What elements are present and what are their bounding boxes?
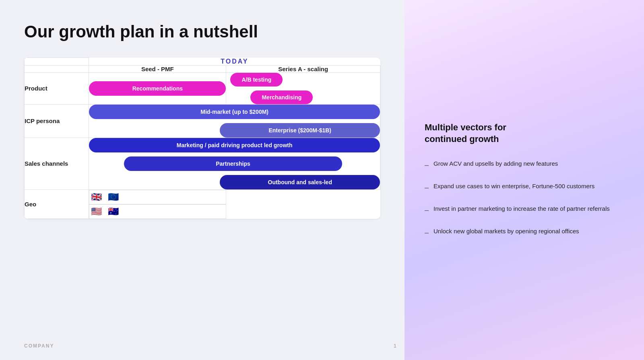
today-label: TODAY (221, 58, 248, 65)
list-item: – Expand use cases to win enterprise, Fo… (425, 182, 624, 193)
table-row: Sales channels Marketing / paid driving … (25, 138, 380, 189)
list-item: – Grow ACV and upsells by adding new fea… (425, 159, 624, 171)
table-row: ICP persona Mid-market (up to $200M) Ent… (25, 104, 380, 138)
uk-flag: 🇬🇧 (89, 190, 103, 204)
sales-cell: Marketing / paid driving product led gro… (89, 138, 380, 189)
row-label-icp: ICP persona (25, 104, 89, 138)
page-number: 1 (394, 343, 396, 349)
eu-flag: 🇪🇺 (106, 190, 120, 204)
seed-cell-product: Recommendations (89, 72, 226, 104)
bullet-text: Unlock new global markets by opening reg… (433, 227, 579, 236)
mid-market-pill: Mid-market (up to $200M) (89, 105, 380, 119)
dash-icon: – (425, 227, 429, 238)
dash-icon: – (425, 205, 429, 216)
table-row: Product Recommendations A/B testing Merc… (25, 72, 380, 104)
merchandising-pill: Merchandising (250, 91, 313, 104)
au-flag: 🇦🇺 (106, 205, 120, 218)
icp-cell: Mid-market (up to $200M) Enterprise ($20… (89, 104, 380, 138)
marketing-pill: Marketing / paid driving product led gro… (89, 138, 380, 152)
outbound-pill: Outbound and sales-led (220, 175, 380, 189)
us-flag: 🇺🇸 (89, 205, 103, 218)
list-item: – Unlock new global markets by opening r… (425, 227, 624, 238)
bullet-text: Grow ACV and upsells by adding new featu… (433, 159, 558, 169)
geo-seed-flags: 🇬🇧 🇪🇺 (89, 190, 226, 204)
col-series-header: Series A - scaling (226, 65, 380, 72)
dash-icon: – (425, 160, 429, 171)
geo-series-flags: 🇺🇸 🇦🇺 (89, 204, 226, 219)
bullet-text: Expand use cases to win enterprise, Fort… (433, 182, 594, 191)
col-seed-header: Seed - PMF (89, 65, 226, 72)
company-label: COMPANY (24, 343, 54, 349)
recommendations-pill: Recommendations (89, 81, 226, 96)
partnerships-pill: Partnerships (124, 156, 342, 171)
right-panel-title: Multiple vectors for continued growth (425, 122, 624, 145)
list-item: – Invest in partner marketing to increas… (425, 204, 624, 216)
row-label-sales: Sales channels (25, 138, 89, 189)
dash-icon: – (425, 182, 429, 193)
bullet-text: Invest in partner marketing to increase … (433, 204, 610, 214)
growth-table: TODAY Seed - PMF Series A - scaling Prod… (24, 58, 380, 219)
row-label-geo: Geo (25, 189, 89, 219)
series-cell-product: A/B testing Merchandising (226, 72, 380, 104)
row-label-product: Product (25, 72, 89, 104)
bullet-list: – Grow ACV and upsells by adding new fea… (425, 159, 624, 238)
right-panel: Multiple vectors for continued growth – … (405, 0, 644, 360)
enterprise-pill: Enterprise ($200M-$1B) (220, 123, 380, 138)
left-panel: Our growth plan in a nutshell TODAY Seed… (0, 0, 405, 360)
ab-testing-pill: A/B testing (230, 73, 283, 86)
page-title: Our growth plan in a nutshell (24, 22, 380, 41)
table-row: Geo 🇬🇧 🇪🇺 🇺🇸 🇦🇺 (25, 189, 380, 219)
